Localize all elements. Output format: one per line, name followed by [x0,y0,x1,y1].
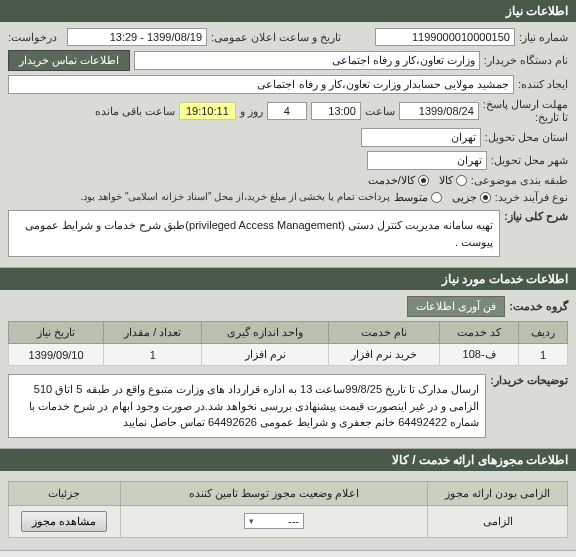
cell-unit: نرم افزار [202,344,328,366]
cell-qty: 1 [104,344,202,366]
auth-mandatory: الزامی [428,505,568,537]
general-description: تهیه سامانه مدیریت کنترل دستی (privilege… [8,210,500,257]
radio-goods-label: کالا [439,174,453,187]
need-info-body: شماره نیاز: 1199000010000150 تاریخ و ساع… [0,22,576,268]
province: تهران [361,128,481,147]
services-header: اطلاعات خدمات مورد نیاز [0,268,576,290]
services-table: ردیف کد خدمت نام خدمت واحد اندازه گیری ت… [8,321,568,366]
radio-icon [456,175,467,186]
auth-details-cell: مشاهده مجوز [9,505,121,537]
creator: جمشید مولایی حسابدار وزارت تعاون،کار و ر… [8,75,514,94]
cell-code: ف-108 [440,344,519,366]
radio-icon [480,192,491,203]
buyer-notes: ارسال مدارک تا تاریخ 99/8/25ساعت 13 به ا… [8,374,486,438]
days-and-label: روز و [240,105,263,118]
radio-goods[interactable]: کالا [439,174,467,187]
announce-datetime: 1399/08/19 - 13:29 [67,28,207,46]
payment-note: پرداخت تمام یا بخشی از مبلغ خرید،از محل … [8,191,390,202]
table-row: 1 ف-108 خرید نرم افزار نرم افزار 1 1399/… [9,344,568,366]
auth-col-status: اعلام وضعیت مجوز توسط تامین کننده [120,481,427,505]
need-number-label: شماره نیاز: [519,31,568,44]
deadline-time: 13:00 [311,102,361,120]
radio-icon [418,175,429,186]
request-label: درخواست: [8,31,57,44]
time-label-1: ساعت [365,105,395,118]
radio-goods-service[interactable]: کالا/خدمت [368,174,429,187]
radio-partial[interactable]: جزیی [452,191,491,204]
auth-status-select[interactable]: --- ▾ [244,513,304,529]
creator-label: ایجاد کننده: [518,78,568,91]
col-unit: واحد اندازه گیری [202,322,328,344]
services-body: گروه خدمت: فن آوری اطلاعات ردیف کد خدمت … [0,290,576,449]
deadline-label: مهلت ارسال پاسخ: [483,98,568,111]
radio-partial-label: جزیی [452,191,477,204]
buyer-org-label: نام دستگاه خریدار: [484,54,568,67]
col-code: کد خدمت [440,322,519,344]
hours-remaining-label: ساعت باقی مانده [95,105,175,118]
auth-col-mandatory: الزامی بودن ارائه مجوز [428,481,568,505]
radio-medium-label: متوسط [394,191,428,204]
city-label: شهر محل تحویل: [491,154,568,167]
buy-type-label: نوع فرآیند خرید: [495,191,568,204]
view-license-button[interactable]: مشاهده مجوز [21,511,107,532]
auth-table: الزامی بودن ارائه مجوز اعلام وضعیت مجوز … [8,481,568,538]
classification-label: طبقه بندی موضوعی: [471,174,568,187]
auth-body: الزامی بودن ارائه مجوز اعلام وضعیت مجوز … [0,471,576,551]
buyer-contact-tab[interactable]: اطلاعات تماس خریدار [8,50,130,71]
table-row: الزامی --- ▾ مشاهده مجوز [9,505,568,537]
col-qty: تعداد / مقدار [104,322,202,344]
cell-name: خرید نرم افزار [328,344,440,366]
col-row: ردیف [519,322,568,344]
to-date-label: تا تاریخ: [483,111,568,124]
classification-group: کالا کالا/خدمت [368,174,467,187]
buyer-notes-label: توضیحات خریدار: [490,374,568,387]
province-label: استان محل تحویل: [485,131,568,144]
radio-icon [431,192,442,203]
announce-datetime-label: تاریخ و ساعت اعلان عمومی: [211,31,341,44]
auth-header: اطلاعات مجوزهای ارائه خدمت / کالا [0,449,576,471]
need-number: 1199000010000150 [375,28,515,46]
buy-type-group: جزیی متوسط [394,191,491,204]
need-info-header: اطلاعات نیاز [0,0,576,22]
general-description-label: شرح کلی نیاز: [504,210,568,223]
auth-col-details: جزئیات [9,481,121,505]
buyer-org: وزارت تعاون،کار و رفاه اجتماعی [134,51,480,70]
cell-row: 1 [519,344,568,366]
countdown-timer: 19:10:11 [179,102,236,120]
days-remaining: 4 [267,102,307,120]
cell-due: 1399/09/10 [9,344,104,366]
col-due: تاریخ نیاز [9,322,104,344]
auth-status-cell: --- ▾ [120,505,427,537]
service-group-value: فن آوری اطلاعات [407,296,505,317]
city: تهران [367,151,487,170]
radio-medium[interactable]: متوسط [394,191,442,204]
chevron-down-icon: ▾ [249,516,254,526]
auth-status-value: --- [288,515,299,527]
deadline-date: 1399/08/24 [399,102,479,120]
service-group-label: گروه خدمت: [509,300,568,313]
col-name: نام خدمت [328,322,440,344]
radio-goods-service-label: کالا/خدمت [368,174,415,187]
